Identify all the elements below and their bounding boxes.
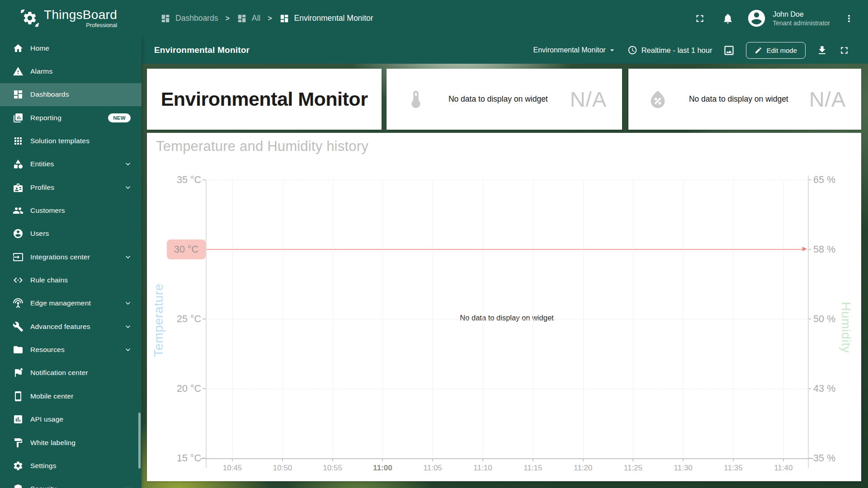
gridline	[533, 180, 533, 458]
thingsboard-app: ThingsBoard Professional Dashboards > Al…	[0, 0, 868, 488]
sidebar-item-notification-center[interactable]: Notification center	[0, 361, 142, 385]
logo-title: ThingsBoard	[44, 8, 117, 21]
sidebar-item-label: API usage	[30, 415, 132, 423]
humidity-value-widget: No data to display on widget N/A	[628, 69, 861, 130]
threshold-badge: 30 °C	[167, 239, 206, 259]
toolbar-actions: Environmental Monitor Realtime - last 1 …	[533, 42, 850, 59]
temperature-value: N/A	[570, 87, 607, 112]
header-actions: John Doe Tenant administrator	[694, 8, 854, 28]
chevron-down-icon	[123, 484, 132, 488]
y-axis-tick	[203, 388, 206, 389]
sidebar-item-label: Security	[30, 485, 123, 488]
bell-icon[interactable]	[722, 13, 734, 24]
x-axis-tick-label: 11:10	[465, 464, 501, 473]
sidebar-item-reporting[interactable]: ReportingNEW	[0, 106, 142, 129]
breadcrumb-label: All	[252, 14, 260, 23]
gridline	[583, 180, 584, 458]
breadcrumb-label: Environmental Monitor	[294, 14, 373, 23]
chart-title: Temperature and Humidity history	[156, 138, 368, 155]
sidebar-item-label: Advanced features	[30, 323, 123, 331]
sidebar-item-label: Edge management	[30, 299, 123, 307]
sidebar-item-label: Notification center	[30, 369, 132, 377]
x-axis-tick-label: 11:40	[765, 464, 802, 473]
image-icon[interactable]	[723, 44, 735, 56]
sidebar-item-edge-management[interactable]: Edge management	[0, 292, 142, 315]
download-icon[interactable]	[816, 45, 828, 56]
humidity-drop-icon	[647, 89, 668, 110]
threshold-line	[206, 249, 802, 250]
x-axis-tick-label: 11:30	[665, 464, 701, 473]
y-right-tick-label: 35 %	[813, 453, 859, 464]
user-block[interactable]: John Doe Tenant administrator	[773, 10, 830, 27]
sidebar-scrollbar[interactable]	[138, 413, 141, 469]
sidebar-item-entities[interactable]: Entities	[0, 153, 142, 176]
gridline	[433, 180, 433, 458]
humidity-value: N/A	[809, 87, 846, 112]
chevron-down-icon	[123, 253, 132, 262]
edit-mode-label: Edit mode	[766, 47, 797, 54]
sidebar-item-label: Alarms	[30, 67, 132, 75]
sidebar-item-api-usage[interactable]: API usage	[0, 408, 142, 431]
fullscreen-icon[interactable]	[694, 13, 706, 24]
chevron-down-icon	[123, 160, 132, 169]
sidebar-item-label: Rule chains	[30, 276, 132, 284]
clock-icon	[627, 45, 637, 55]
chevron-down-icon	[123, 322, 132, 331]
timewindow-button[interactable]: Realtime - last 1 hour	[627, 45, 712, 55]
security-icon	[13, 483, 24, 488]
mobile-icon	[13, 391, 24, 402]
y-left-tick-label: 25 °C	[155, 314, 201, 324]
y-axis-line	[808, 175, 809, 468]
gridline	[483, 180, 483, 458]
kebab-menu-icon[interactable]	[844, 13, 854, 24]
expand-dashboard-icon[interactable]	[839, 45, 850, 56]
temperature-value-widget: No data to display on widget N/A	[387, 69, 622, 130]
breadcrumb-current[interactable]: Environmental Monitor	[279, 14, 373, 23]
sidebar-item-profiles[interactable]: Profiles	[0, 176, 142, 199]
breadcrumb-all[interactable]: All	[237, 14, 260, 23]
sidebar-item-dashboards[interactable]: Dashboards	[0, 83, 142, 106]
gridline	[733, 180, 734, 458]
sidebar-item-settings[interactable]: Settings	[0, 454, 142, 477]
gridline	[206, 319, 808, 319]
gridline	[206, 389, 808, 389]
users-icon	[13, 228, 24, 239]
dashboard-grid-icon	[237, 14, 247, 23]
sidebar-item-white-labeling[interactable]: White labeling	[0, 431, 142, 454]
home-icon	[13, 43, 24, 54]
sidebar-item-solution-templates[interactable]: Solution templates	[0, 129, 142, 152]
pencil-icon	[755, 47, 762, 54]
title-card-text: Environmental Monitor	[161, 88, 368, 110]
state-selector-label: Environmental Monitor	[533, 46, 606, 54]
x-axis-tick-label: 11:25	[615, 464, 651, 473]
sidebar: HomeAlarmsDashboardsReportingNEWSolution…	[0, 37, 142, 488]
y-axis-tick	[203, 179, 206, 180]
sidebar-item-rule-chains[interactable]: Rule chains	[0, 268, 142, 291]
y-right-tick-label: 65 %	[813, 174, 859, 185]
temperature-no-data-text: No data to display on widget	[426, 94, 570, 104]
gridline	[783, 180, 784, 458]
sidebar-item-label: Solution templates	[30, 137, 132, 145]
edit-mode-button[interactable]: Edit mode	[746, 42, 806, 59]
sidebar-item-security[interactable]: Security	[0, 478, 142, 488]
sidebar-item-alarms[interactable]: Alarms	[0, 60, 142, 83]
avatar[interactable]	[746, 8, 767, 28]
x-axis-tick-label: 11:15	[515, 464, 551, 473]
profiles-icon	[13, 182, 24, 193]
timewindow-label: Realtime - last 1 hour	[642, 46, 712, 55]
sidebar-item-mobile-center[interactable]: Mobile center	[0, 385, 142, 408]
sidebar-item-integrations-center[interactable]: Integrations center	[0, 245, 142, 268]
sidebar-item-users[interactable]: Users	[0, 222, 142, 245]
sidebar-item-customers[interactable]: Customers	[0, 199, 142, 222]
sidebar-item-home[interactable]: Home	[0, 37, 142, 60]
breadcrumb-dashboards[interactable]: Dashboards	[160, 14, 218, 23]
sidebar-item-resources[interactable]: Resources	[0, 338, 142, 361]
dashboard-state-selector[interactable]: Environmental Monitor	[533, 46, 617, 55]
thingsboard-logo[interactable]: ThingsBoard Professional	[20, 8, 117, 28]
alarms-icon	[13, 66, 24, 77]
gridline	[206, 180, 808, 180]
edge-icon	[13, 298, 24, 309]
sidebar-item-advanced-features[interactable]: Advanced features	[0, 315, 142, 338]
dashboards-icon	[13, 89, 24, 100]
chevron-down-icon	[123, 345, 132, 354]
